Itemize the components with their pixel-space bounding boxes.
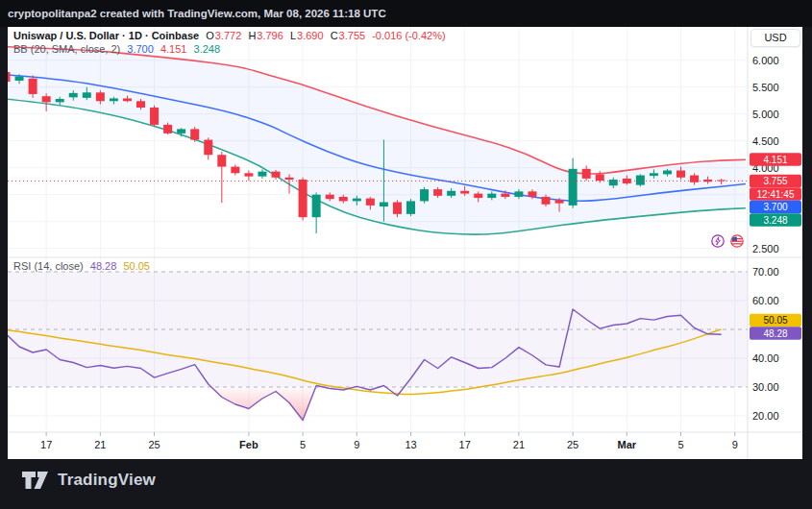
candle-body xyxy=(285,178,294,180)
lightning-icon xyxy=(711,234,725,248)
ohlc-open-value: 3.772 xyxy=(215,30,242,41)
rsi-axis-label: 60.00 xyxy=(752,295,779,306)
time-axis-label: 25 xyxy=(148,439,160,450)
currency-label: USD xyxy=(764,32,786,43)
price-axis-label: 5.000 xyxy=(752,109,779,120)
symbol-title[interactable]: Uniswap / U.S. Dollar · 1D · Coinbase xyxy=(13,30,199,41)
candle-body xyxy=(650,173,658,176)
candle-body xyxy=(299,180,308,217)
rsi-axis-label: 30.00 xyxy=(752,381,779,393)
lightning-button[interactable] xyxy=(711,234,725,248)
candle-body xyxy=(258,172,266,177)
axis-badge-label: 48.28 xyxy=(763,328,787,339)
ohlc-low-label: L xyxy=(290,30,296,41)
ohlc-high-label: H xyxy=(248,30,256,41)
candle-body xyxy=(380,203,388,206)
rsi-legend[interactable]: RSI (14, close) 48.28 50.05 xyxy=(13,260,154,272)
axis-badge-label: 3.755 xyxy=(763,176,787,186)
time-axis-label: Feb xyxy=(239,439,258,450)
candle-body xyxy=(163,125,172,133)
time-axis-label: Mar xyxy=(618,439,637,450)
time-axis-label: 9 xyxy=(732,439,738,450)
ohlc-open-label: O xyxy=(206,30,214,41)
time-axis-label: 21 xyxy=(94,439,106,450)
bb-upper-value: 4.151 xyxy=(160,43,187,55)
axis-badge-label: 50.05 xyxy=(763,315,787,326)
candle-body xyxy=(596,174,604,181)
candle-body xyxy=(190,129,199,139)
tradingview-logo[interactable]: TradingView xyxy=(21,470,156,491)
symbol-legend[interactable]: Uniswap / U.S. Dollar · 1D · Coinbase O3… xyxy=(13,30,450,41)
candle-body xyxy=(582,169,591,179)
ohlc-low-value: 3.690 xyxy=(297,30,324,41)
candle-body xyxy=(69,93,78,97)
candle-body xyxy=(244,173,253,176)
ohlc-high-value: 3.796 xyxy=(257,30,283,41)
price-axis-label: 5.500 xyxy=(752,82,779,93)
candle-body xyxy=(460,191,469,194)
candle-body xyxy=(501,194,509,197)
price-axis-label: 4.500 xyxy=(752,135,779,147)
candle-body xyxy=(150,108,159,125)
candle-body xyxy=(326,195,334,199)
rsi-axis-label: 40.00 xyxy=(752,352,779,364)
time-axis-label: 13 xyxy=(405,439,416,450)
bb-middle-value: 3.700 xyxy=(127,43,154,55)
candle-body xyxy=(177,129,185,133)
rsi-axis-label: 20.00 xyxy=(752,410,779,422)
ohlc-close-value: 3.755 xyxy=(339,30,366,41)
candle-body xyxy=(663,171,672,175)
candle-body xyxy=(136,101,145,108)
candle-body xyxy=(2,72,11,82)
rsi-title[interactable]: RSI (14, close) xyxy=(13,260,84,272)
change-value: -0.016 (-0.42%) xyxy=(372,30,445,41)
candle-body xyxy=(609,180,618,185)
bb-lower-value: 3.248 xyxy=(194,43,221,55)
rsi-ma-value: 50.05 xyxy=(123,260,150,272)
tradingview-logo-icon xyxy=(21,470,50,491)
axis-badge-label: 12:41:45 xyxy=(757,189,795,200)
tradingview-logo-text: TradingView xyxy=(58,471,156,490)
candle-body xyxy=(56,99,64,102)
candle-body xyxy=(447,191,455,196)
time-axis-label: 5 xyxy=(677,439,683,450)
candle-body xyxy=(217,155,226,166)
candle-body xyxy=(717,180,726,181)
time-axis-label: 17 xyxy=(459,439,471,450)
candle-body xyxy=(339,197,348,201)
candle-body xyxy=(406,201,415,213)
candle-body xyxy=(83,92,91,98)
candle-body xyxy=(353,199,361,202)
candle-body xyxy=(110,98,118,101)
candle-body xyxy=(555,200,564,203)
candle-body xyxy=(420,189,429,201)
currency-toggle-button[interactable]: USD xyxy=(750,29,800,47)
price-axis-label: 6.000 xyxy=(752,55,779,66)
candle-body xyxy=(272,172,281,178)
candle-body xyxy=(487,194,496,198)
candle-body xyxy=(204,140,212,156)
candle-body xyxy=(636,176,645,185)
chart-canvas[interactable]: 172125Feb5913172125Mar596.0005.5005.0004… xyxy=(0,0,812,509)
rsi-axis-label: 70.00 xyxy=(752,266,779,278)
candle-body xyxy=(433,189,442,196)
bb-legend[interactable]: BB (20, SMA, close, 2) 3.700 4.151 3.248 xyxy=(13,43,224,55)
us-flag-icon xyxy=(730,234,744,248)
candle-body xyxy=(393,203,402,214)
candle-body xyxy=(528,191,536,197)
rsi-value: 48.28 xyxy=(90,260,117,272)
candle-body xyxy=(231,167,239,174)
axis-badge-label: 3.700 xyxy=(763,202,787,212)
time-axis-label: 5 xyxy=(300,439,306,450)
bb-title[interactable]: BB (20, SMA, close, 2) xyxy=(13,43,120,55)
candle-body xyxy=(677,171,685,178)
flag-button[interactable] xyxy=(730,234,744,248)
candle-body xyxy=(312,195,321,218)
time-axis-label: 21 xyxy=(513,439,525,450)
candle-body xyxy=(569,169,578,206)
tradingview-window: cryptopolitanpa2 created with TradingVie… xyxy=(0,0,812,509)
candle-body xyxy=(123,98,132,101)
time-axis-label: 9 xyxy=(354,439,359,450)
candle-body xyxy=(542,197,551,205)
candle-body xyxy=(15,77,24,81)
